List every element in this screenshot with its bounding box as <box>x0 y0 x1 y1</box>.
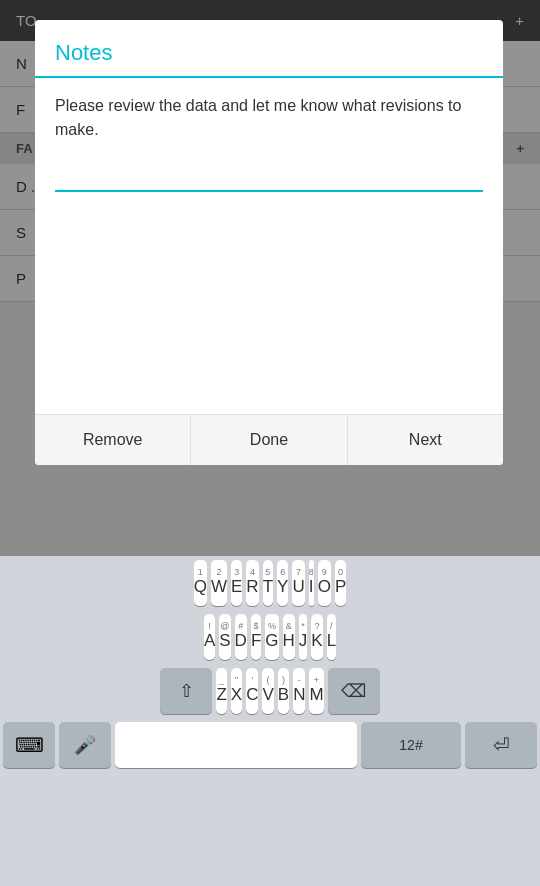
space-key[interactable] <box>115 722 357 768</box>
dialog-actions: Remove Done Next <box>35 414 503 465</box>
key-k[interactable]: ?K <box>311 614 322 660</box>
sym-key[interactable]: 12# <box>361 722 461 768</box>
dialog-message: Please review the data and let me know w… <box>55 94 483 142</box>
dialog-content: Please review the data and let me know w… <box>35 78 503 398</box>
remove-button[interactable]: Remove <box>35 415 191 465</box>
key-h[interactable]: &H <box>283 614 295 660</box>
key-f[interactable]: $F <box>251 614 261 660</box>
enter-key[interactable]: ⏎ <box>465 722 537 768</box>
shift-key[interactable]: ⇧ <box>160 668 212 714</box>
key-n[interactable]: -N <box>293 668 305 714</box>
key-i[interactable]: 8I <box>309 560 314 606</box>
key-b[interactable]: )B <box>278 668 289 714</box>
notes-input[interactable] <box>55 162 483 192</box>
keyboard-bottom-row: ⌨ 🎤 12# ⏎ <box>0 718 540 772</box>
key-e[interactable]: 3E <box>231 560 242 606</box>
key-g[interactable]: %G <box>265 614 278 660</box>
key-w[interactable]: 2W <box>211 560 227 606</box>
key-l[interactable]: /L <box>327 614 336 660</box>
next-button[interactable]: Next <box>348 415 503 465</box>
key-t[interactable]: 5T <box>263 560 273 606</box>
key-x[interactable]: "X <box>231 668 242 714</box>
key-j[interactable]: *J <box>299 614 308 660</box>
mic-key[interactable]: 🎤 <box>59 722 111 768</box>
emoji-key[interactable]: ⌨ <box>3 722 55 768</box>
keyboard-row-1: 1Q 2W 3E 4R 5T 6Y 7U 8I 9O 0P <box>0 556 540 610</box>
key-m[interactable]: +M <box>309 668 323 714</box>
key-q[interactable]: 1Q <box>194 560 207 606</box>
key-a[interactable]: !A <box>204 614 215 660</box>
key-u[interactable]: 7U <box>292 560 304 606</box>
key-o[interactable]: 9O <box>318 560 331 606</box>
key-s[interactable]: @S <box>219 614 230 660</box>
key-r[interactable]: 4R <box>246 560 258 606</box>
keyboard-row-2: !A @S #D $F %G &H *J ?K /L <box>0 610 540 664</box>
backspace-key[interactable]: ⌫ <box>328 668 380 714</box>
keyboard: 1Q 2W 3E 4R 5T 6Y 7U 8I 9O 0P !A @S #D $… <box>0 556 540 886</box>
dialog-title: Notes <box>35 20 503 78</box>
key-z[interactable]: _Z <box>216 668 226 714</box>
key-d[interactable]: #D <box>235 614 247 660</box>
key-p[interactable]: 0P <box>335 560 346 606</box>
key-v[interactable]: (V <box>262 668 273 714</box>
keyboard-row-3: ⇧ _Z "X 'C (V )B -N +M ⌫ <box>0 664 540 718</box>
done-button[interactable]: Done <box>191 415 347 465</box>
key-y[interactable]: 6Y <box>277 560 288 606</box>
key-c[interactable]: 'C <box>246 668 258 714</box>
notes-dialog: Notes Please review the data and let me … <box>35 20 503 465</box>
